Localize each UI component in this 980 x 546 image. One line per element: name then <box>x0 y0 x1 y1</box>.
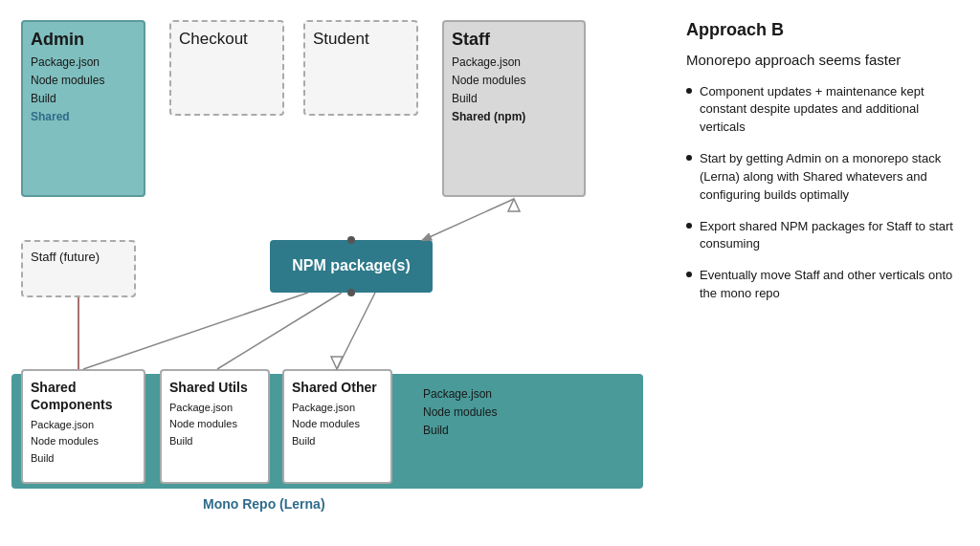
bullet-dot-1 <box>686 88 692 94</box>
admin-text: Package.json Node modules Build Shared <box>31 54 136 127</box>
shared-other-text: Package.json Node modules Build <box>292 400 383 450</box>
staff-future-box: Staff (future) <box>21 240 136 297</box>
shared-components-box: Shared Components Package.json Node modu… <box>21 369 145 484</box>
svg-line-2 <box>217 293 342 369</box>
staff-shared: Shared (npm) <box>452 108 576 126</box>
checkout-box: Checkout <box>169 20 284 116</box>
bullet-dot-4 <box>686 272 692 277</box>
shared-other-box: Shared Other Package.json Node modules B… <box>282 369 392 484</box>
shared-other-title: Shared Other <box>292 379 383 396</box>
bullet-dot-3 <box>686 223 692 229</box>
approach-title: Approach B <box>686 20 954 40</box>
svg-marker-7 <box>508 199 520 211</box>
shared-utils-text: Package.json Node modules Build <box>169 400 260 450</box>
bullet-item-1: Component updates + maintenance kept con… <box>686 83 954 138</box>
bullet-list: Component updates + maintenance kept con… <box>686 83 954 303</box>
shared-utils-box: Shared Utils Package.json Node modules B… <box>160 369 270 484</box>
bullet-item-2: Start by getting Admin on a monorepo sta… <box>686 150 954 205</box>
svg-line-1 <box>83 293 308 369</box>
shared-components-title: Shared Components <box>31 379 136 413</box>
staff-future-title: Staff (future) <box>31 250 126 264</box>
staff-title: Staff <box>452 30 576 50</box>
staff-text: Package.json Node modules Build Shared (… <box>452 54 576 127</box>
svg-line-3 <box>337 293 375 369</box>
admin-shared: Shared <box>31 108 136 126</box>
admin-box: Admin Package.json Node modules Build Sh… <box>21 20 145 197</box>
admin-title: Admin <box>31 30 136 50</box>
student-box: Student <box>303 20 418 116</box>
shared-components-text: Package.json Node modules Build <box>31 417 136 468</box>
student-title: Student <box>313 30 409 49</box>
approach-subtitle: Monorepo approach seems faster <box>686 52 954 68</box>
bullet-item-4: Eventually move Staff and other vertical… <box>686 267 954 303</box>
bullet-item-3: Export shared NPM packages for Staff to … <box>686 218 954 254</box>
shared-utils-title: Shared Utils <box>169 379 260 396</box>
staff-box: Staff Package.json Node modules Build Sh… <box>442 20 586 197</box>
npm-title: NPM package(s) <box>292 257 411 274</box>
npm-box: NPM package(s) <box>270 240 433 293</box>
mono-repo-label: Mono Repo (Lerna) <box>203 496 325 512</box>
mono-right-info: Package.json Node modules Build <box>423 385 497 441</box>
bullet-dot-2 <box>686 155 692 161</box>
right-panel: Approach B Monorepo approach seems faste… <box>672 11 969 527</box>
checkout-title: Checkout <box>179 30 275 49</box>
svg-marker-8 <box>331 357 343 369</box>
svg-line-0 <box>423 199 514 240</box>
